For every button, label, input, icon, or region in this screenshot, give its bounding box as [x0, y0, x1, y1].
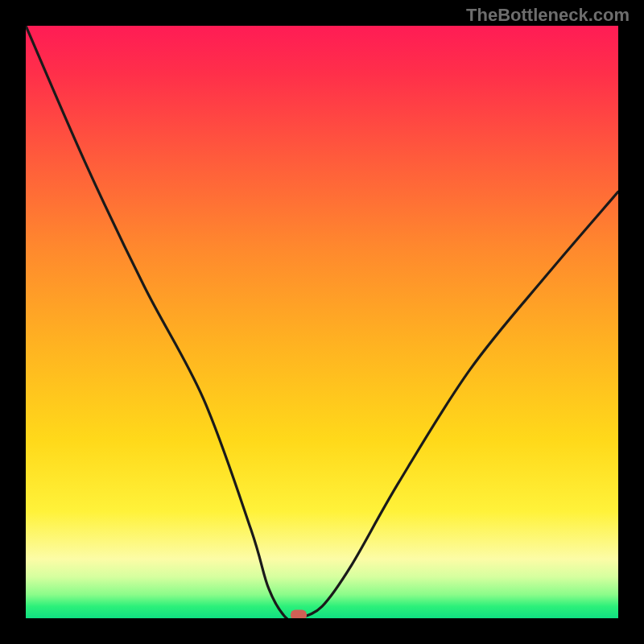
curve-path [26, 26, 618, 618]
optimum-marker [291, 610, 307, 619]
chart-container: TheBottleneck.com [0, 0, 644, 644]
watermark-label: TheBottleneck.com [466, 5, 630, 26]
plot-area [26, 26, 618, 618]
bottleneck-curve [26, 26, 618, 618]
